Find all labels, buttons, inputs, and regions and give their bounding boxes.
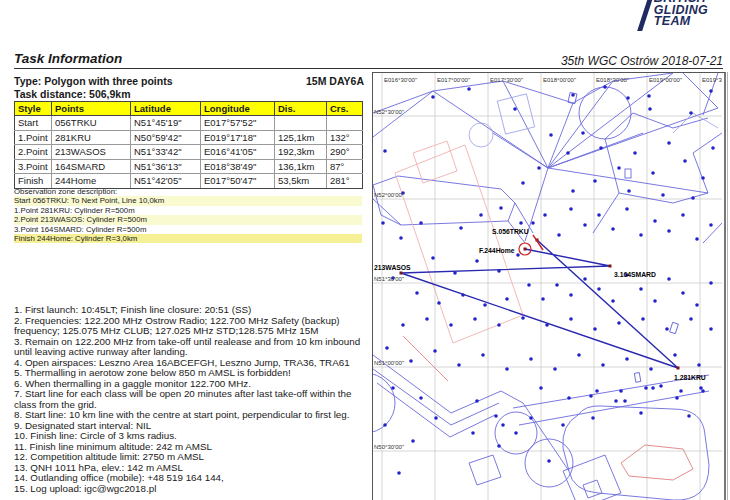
table-cell: 281° bbox=[327, 174, 363, 189]
lat-grid-label: N51°30'00" bbox=[374, 276, 404, 282]
turnpoint-dot bbox=[681, 291, 685, 295]
turnpoint-dot bbox=[494, 414, 498, 418]
lon-grid-label: E017°00'00" bbox=[437, 77, 470, 83]
turnpoint-dot bbox=[383, 149, 387, 153]
turnpoint-dot bbox=[401, 323, 405, 327]
table-cell: N51°36'13" bbox=[131, 159, 201, 174]
turnpoint-dot bbox=[679, 389, 683, 393]
turnpoint-dot bbox=[697, 363, 701, 367]
turnpoint-dot bbox=[593, 179, 597, 183]
table-cell: 281KRU bbox=[52, 130, 131, 145]
map-grid bbox=[373, 73, 722, 500]
note-item: 12. Competition altitude limit: 2750 m A… bbox=[14, 452, 372, 463]
note-item: 7. Start line for each class will be ope… bbox=[14, 389, 372, 410]
table-column-header: Style bbox=[15, 102, 52, 116]
lon-grid-label: E018°00'00" bbox=[543, 77, 576, 83]
turnpoint-dot bbox=[475, 399, 479, 403]
turnpoint-dot bbox=[617, 166, 621, 170]
lon-grid-label: E019°30'00" bbox=[702, 77, 722, 83]
turnpoint-dot bbox=[483, 303, 487, 307]
turnpoint-dot bbox=[419, 221, 423, 225]
turnpoint-dot bbox=[667, 141, 671, 145]
logo-text: BRITISH GLIDING TEAM bbox=[654, 0, 708, 28]
waypoint-label: 1.281KRU bbox=[674, 374, 706, 381]
turnpoint-dot bbox=[699, 386, 703, 390]
turnpoint-dot bbox=[449, 323, 453, 327]
turnpoint-dot bbox=[599, 146, 603, 150]
lon-grid-label: E018°30'00" bbox=[596, 77, 629, 83]
turnpoint-dot bbox=[639, 233, 643, 237]
table-cell: 056TRKU bbox=[52, 116, 131, 131]
turnpoint-dot bbox=[561, 423, 565, 427]
turnpoint-dot bbox=[571, 93, 575, 97]
task-track bbox=[400, 235, 680, 370]
waypoint-label: 3.164SMARD bbox=[614, 271, 656, 278]
airspace-lines bbox=[373, 73, 722, 500]
turnpoint-dot bbox=[701, 389, 705, 393]
turnpoint-dot bbox=[553, 367, 557, 371]
turnpoint-dot bbox=[653, 219, 657, 223]
turnpoint-dot bbox=[611, 227, 615, 231]
table-cell: 53,5km bbox=[275, 174, 327, 189]
table-cell: 244Home bbox=[52, 174, 131, 189]
turnpoint-dot bbox=[689, 317, 693, 321]
lat-grid-label: N52°30'00" bbox=[374, 109, 404, 115]
turnpoint-dot bbox=[475, 259, 479, 263]
turnpoint-dot bbox=[409, 359, 413, 363]
turnpoint-dot bbox=[557, 233, 561, 237]
table-cell: 192,3km bbox=[275, 145, 327, 160]
turnpoint-dot bbox=[659, 384, 663, 388]
turnpoint-dot bbox=[619, 389, 623, 393]
turnpoint-dot bbox=[415, 291, 419, 295]
turnpoint-dot bbox=[501, 423, 505, 427]
table-cell: Finish bbox=[15, 174, 52, 189]
turnpoint-dot bbox=[391, 386, 395, 390]
turnpoint-dot bbox=[519, 221, 523, 225]
turnpoint-dot bbox=[691, 196, 695, 200]
turnpoint-dot bbox=[567, 396, 571, 400]
table-column-header: Crs. bbox=[327, 102, 363, 116]
turnpoint-dot bbox=[529, 416, 533, 420]
page-title: Task Information bbox=[14, 51, 122, 66]
turnpoint-dot bbox=[543, 213, 547, 217]
competition-title: 35th WGC Ostrów 2018-07-21 bbox=[561, 54, 723, 68]
turnpoint-dot bbox=[497, 323, 501, 327]
observation-zone-block: Observation zone description: Start 056T… bbox=[14, 187, 362, 243]
turnpoint-dot bbox=[711, 146, 715, 150]
turnpoint-dot bbox=[431, 256, 435, 260]
turnpoint-dot bbox=[419, 396, 423, 400]
lat-grid-label: N50°30'00" bbox=[374, 444, 404, 450]
lon-grid-label: E016°30'00" bbox=[384, 77, 417, 83]
note-item: 5. Thermalling in aerotow zone below 850… bbox=[14, 368, 372, 379]
turnpoint-dot bbox=[514, 431, 518, 435]
turnpoint-dot bbox=[577, 353, 581, 357]
header-rule bbox=[14, 68, 723, 69]
turnpoint-dot bbox=[709, 281, 713, 285]
turnpoint-dot bbox=[467, 87, 471, 91]
task-notes-list: 1. First launch: 10:45LT; Finish line cl… bbox=[14, 305, 372, 494]
waypoint-label: 213WASOS bbox=[374, 264, 411, 271]
note-item: 3. Remain on 122.200 MHz from take-off u… bbox=[14, 337, 372, 358]
table-row: 3.Point164SMARDN51°36'13"E018°38'49"136,… bbox=[15, 159, 363, 174]
turnpoint-dot bbox=[597, 287, 601, 291]
turnpoint-dot bbox=[625, 357, 629, 361]
turnpoint-dot bbox=[539, 386, 543, 390]
table-row: 2.Point213WASOSN51°33'42"E016°41'05"192,… bbox=[15, 145, 363, 160]
lat-grid-label: N52°00'00" bbox=[374, 192, 404, 198]
turnpoint-dot bbox=[437, 301, 441, 305]
observation-line: 2.Point 213WASOS: Cylinder R=500m bbox=[14, 215, 362, 224]
airspace-lines-light bbox=[469, 94, 718, 147]
note-item: 2. Frequencies: 122.200 MHz Ostrow Radio… bbox=[14, 316, 372, 337]
turnpoint-dot bbox=[566, 151, 570, 155]
table-cell bbox=[275, 116, 327, 131]
turnpoint-dot bbox=[516, 253, 520, 257]
turnpoint-dot bbox=[505, 297, 509, 301]
map-edge-shadow bbox=[727, 72, 728, 500]
turnpoint-dot bbox=[549, 133, 553, 137]
turnpoint-dot bbox=[651, 171, 655, 175]
turnpoint-dot bbox=[625, 207, 629, 211]
table-cell: E018°38'49" bbox=[201, 159, 275, 174]
turnpoint-dot bbox=[569, 207, 573, 211]
observation-line: Start 056TRKU: To Next Point, Line 10,0k… bbox=[14, 196, 362, 205]
table-cell: 213WASOS bbox=[52, 145, 131, 160]
